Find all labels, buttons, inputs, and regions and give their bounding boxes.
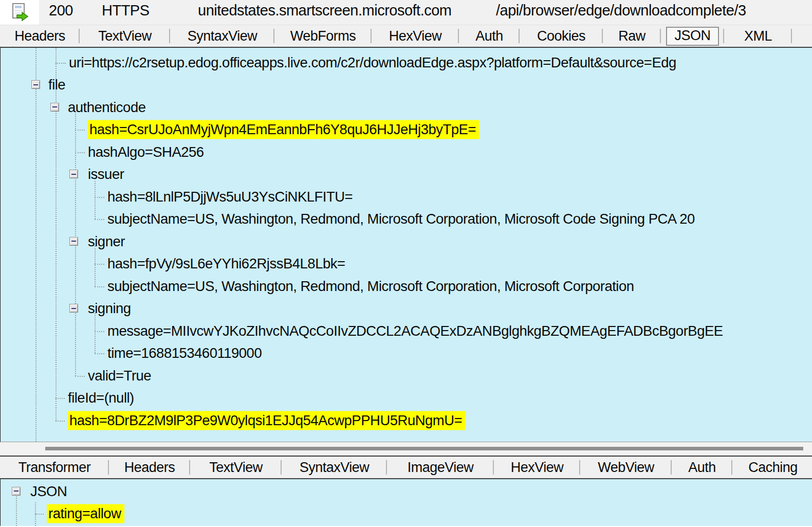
response-json-panel: JSONrating=allow bbox=[0, 479, 812, 526]
tab-json[interactable]: JSON bbox=[661, 25, 724, 47]
tab-auth[interactable]: Auth bbox=[672, 457, 732, 478]
tree-node-row[interactable]: file bbox=[1, 74, 812, 97]
tree-connector-stub bbox=[75, 152, 85, 153]
tab-cookies[interactable]: Cookies bbox=[520, 25, 603, 47]
session-summary-bar[interactable]: 200 HTTPS unitedstates.smartscreen.micro… bbox=[0, 0, 812, 25]
status-code: 200 bbox=[49, 2, 73, 19]
collapse-minus-icon[interactable] bbox=[12, 487, 21, 496]
request-json-panel: uri=https://c2rsetup.edog.officeapps.liv… bbox=[0, 48, 812, 442]
tab-syntaxview[interactable]: SyntaxView bbox=[170, 25, 274, 47]
tab-label: SyntaxView bbox=[188, 28, 257, 44]
tab-headers[interactable]: Headers bbox=[109, 457, 190, 478]
tab-label: Raw bbox=[618, 28, 645, 44]
tree-node-row[interactable]: uri=https://c2rsetup.edog.officeapps.liv… bbox=[1, 51, 812, 74]
tree-node-label: hash=8lLnlP5DjjWs5uU3YsCiNKLFITU= bbox=[107, 189, 353, 205]
tree-node-row[interactable]: hash=fpVy/9sL6eYYhi62RjssB4L8Lbk= bbox=[1, 253, 812, 276]
tree-node-row[interactable]: valid=True bbox=[1, 365, 812, 387]
tab-label: HexView bbox=[511, 460, 564, 476]
tab-webforms[interactable]: WebForms bbox=[274, 25, 372, 47]
tree-node-row[interactable]: time=1688153460119000 bbox=[1, 342, 812, 365]
tree-node-row[interactable]: JSON bbox=[1, 480, 812, 503]
request-inspector-tabstrip: HeadersTextViewSyntaxViewWebFormsHexView… bbox=[0, 25, 812, 48]
tree-node-row[interactable]: rating=allow bbox=[1, 503, 812, 525]
tree-node-label: valid=True bbox=[88, 368, 151, 384]
tree-node-row[interactable]: subjectName=US, Washington, Redmond, Mic… bbox=[1, 275, 812, 298]
tree-node-row[interactable]: signing bbox=[1, 298, 812, 320]
tree-node-label: subjectName=US, Washington, Redmond, Mic… bbox=[107, 278, 634, 295]
tree-node-label: hashAlgo=SHA256 bbox=[88, 144, 204, 160]
tree-node-label: time=1688153460119000 bbox=[107, 345, 262, 361]
tree-connector-stub bbox=[95, 219, 104, 220]
collapse-minus-icon[interactable] bbox=[31, 80, 40, 89]
tree-node-label-highlighted: hash=CsrUJoAnMyjWpn4EmEannbFh6Y8quJ6HJJe… bbox=[88, 120, 479, 139]
tree-connector-stub bbox=[35, 514, 44, 515]
tab-label: Caching bbox=[748, 460, 798, 476]
tab-label: TextView bbox=[209, 460, 263, 476]
tree-connector-stub bbox=[56, 421, 65, 422]
tab-label: Transformer bbox=[19, 460, 91, 476]
tab-textview[interactable]: TextView bbox=[190, 457, 282, 478]
tree-node-label: subjectName=US, Washington, Redmond, Mic… bbox=[107, 211, 695, 227]
tree-node-label: fileId=(null) bbox=[68, 390, 134, 406]
request-json-tree: uri=https://c2rsetup.edog.officeapps.liv… bbox=[1, 48, 812, 442]
tab-label: HexView bbox=[389, 28, 442, 44]
response-inspector-tabstrip: TransformerHeadersTextViewSyntaxViewImag… bbox=[0, 456, 812, 479]
tree-node-label: uri=https://c2rsetup.edog.officeapps.liv… bbox=[69, 54, 676, 71]
path: /api/browser/edge/downloadcomplete/3 bbox=[496, 2, 746, 19]
tab-hexview[interactable]: HexView bbox=[372, 25, 459, 47]
tab-raw[interactable]: Raw bbox=[603, 25, 661, 47]
tree-connector-stub bbox=[56, 398, 65, 399]
tree-connector-stub bbox=[75, 376, 85, 377]
tree-node-label: message=MIIvcwYJKoZIhvcNAQcCoIIvZDCCL2AC… bbox=[107, 323, 723, 339]
tree-node-row[interactable]: hash=CsrUJoAnMyjWpn4EmEannbFh6Y8quJ6HJJe… bbox=[1, 119, 812, 141]
tree-node-row[interactable]: hash=8lLnlP5DjjWs5uU3YsCiNKLFITU= bbox=[1, 186, 812, 208]
tab-syntaxview[interactable]: SyntaxView bbox=[282, 457, 387, 478]
tab-label: SyntaxView bbox=[300, 460, 370, 476]
tab-label: XML bbox=[744, 28, 772, 44]
tab-caching[interactable]: Caching bbox=[732, 457, 812, 478]
tab-webview[interactable]: WebView bbox=[580, 457, 672, 478]
tree-connector-stub bbox=[95, 286, 104, 287]
tree-node-row[interactable]: message=MIIvcwYJKoZIhvcNAQcCoIIvZDCCL2AC… bbox=[1, 320, 812, 342]
tree-node-label: file bbox=[48, 77, 65, 93]
tab-imageview[interactable]: ImageView bbox=[387, 457, 494, 478]
tree-connector-stub bbox=[95, 197, 104, 198]
tree-node-label: signing bbox=[88, 300, 131, 317]
collapse-minus-icon[interactable] bbox=[50, 103, 59, 112]
tab-label: Auth bbox=[475, 28, 503, 44]
response-json-tree: JSONrating=allow bbox=[1, 479, 812, 526]
tree-connector-stub bbox=[95, 264, 104, 265]
session-icon-cell bbox=[0, 0, 39, 25]
tab-hexview[interactable]: HexView bbox=[494, 457, 580, 478]
collapse-minus-icon[interactable] bbox=[69, 170, 78, 178]
horizontal-scrollbar-thumb[interactable] bbox=[45, 447, 803, 450]
tree-connector-stub bbox=[95, 331, 104, 332]
tree-node-label-highlighted: rating=allow bbox=[47, 504, 124, 523]
tree-node-row[interactable]: hash=8DrBZ2M9lP3Pe9W0ylqsi1EJJq54AcwpPPH… bbox=[1, 409, 812, 432]
collapse-minus-icon[interactable] bbox=[69, 237, 78, 246]
horizontal-scrollbar[interactable] bbox=[0, 442, 812, 456]
tab-auth[interactable]: Auth bbox=[459, 25, 520, 47]
tab-headers[interactable]: Headers bbox=[0, 25, 80, 47]
fiddler-window: 200 HTTPS unitedstates.smartscreen.micro… bbox=[0, 0, 812, 527]
tree-connector-stub bbox=[56, 63, 66, 64]
tab-label: JSON bbox=[666, 27, 718, 46]
tab-label: Auth bbox=[688, 460, 716, 476]
tab-textview[interactable]: TextView bbox=[80, 25, 170, 47]
protocol: HTTPS bbox=[102, 2, 150, 19]
tab-label: WebView bbox=[598, 460, 654, 476]
tree-connector-stub bbox=[95, 353, 104, 354]
tree-node-label: hash=fpVy/9sL6eYYhi62RjssB4L8Lbk= bbox=[107, 256, 345, 272]
tree-node-row[interactable]: signer bbox=[1, 230, 812, 253]
tab-xml[interactable]: XML bbox=[724, 25, 792, 47]
collapse-minus-icon[interactable] bbox=[69, 304, 78, 313]
tab-transformer[interactable]: Transformer bbox=[0, 457, 109, 478]
tree-node-row[interactable]: hashAlgo=SHA256 bbox=[1, 141, 812, 163]
tree-node-row[interactable]: subjectName=US, Washington, Redmond, Mic… bbox=[1, 208, 812, 231]
tab-label: ImageView bbox=[408, 460, 474, 476]
tree-node-row[interactable]: fileId=(null) bbox=[1, 387, 812, 410]
tree-node-label-highlighted: hash=8DrBZ2M9lP3Pe9W0ylqsi1EJJq54AcwpPPH… bbox=[68, 411, 465, 430]
tree-node-row[interactable]: authenticode bbox=[1, 96, 812, 119]
response-document-arrow-icon bbox=[10, 3, 29, 22]
tree-node-row[interactable]: issuer bbox=[1, 163, 812, 186]
